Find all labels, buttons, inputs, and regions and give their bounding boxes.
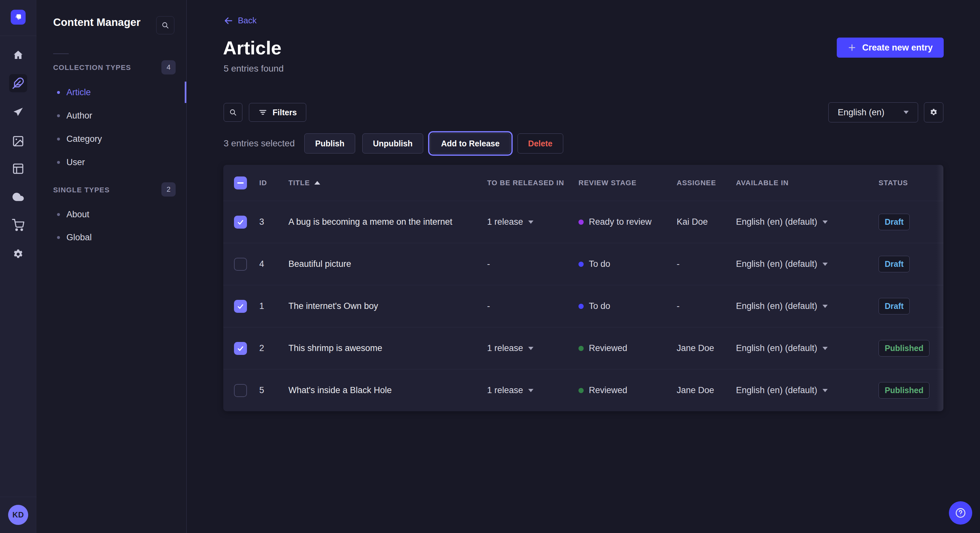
sidebar-item-about[interactable]: About: [36, 203, 187, 226]
sidebar-item-category[interactable]: Category: [36, 127, 187, 151]
sidebar-item-global[interactable]: Global: [36, 226, 187, 249]
row-checkbox[interactable]: [234, 258, 247, 271]
search-icon: [229, 108, 237, 117]
page-title: Article: [223, 37, 282, 59]
active-item-indicator: [185, 82, 186, 103]
cell-id: 4: [259, 259, 288, 269]
cell-title: The internet's Own boy: [288, 301, 487, 311]
cell-available-in[interactable]: English (en) (default): [736, 385, 878, 395]
cell-released-in[interactable]: 1 release: [487, 217, 579, 227]
col-header-released[interactable]: TO BE RELEASED IN: [487, 179, 579, 187]
main-nav-rail: KD: [0, 0, 36, 533]
cell-released-in[interactable]: 1 release: [487, 385, 579, 395]
table-row[interactable]: 4 Beautiful picture - To do - English (e…: [223, 243, 943, 285]
row-checkbox[interactable]: [234, 300, 247, 313]
col-header-title[interactable]: TITLE: [288, 179, 487, 187]
back-link[interactable]: Back: [224, 16, 257, 25]
unpublish-button[interactable]: Unpublish: [362, 133, 423, 154]
cell-available-in[interactable]: English (en) (default): [736, 343, 878, 353]
table-row[interactable]: 2 This shrimp is awesome 1 release Revie…: [223, 327, 943, 369]
filter-icon: [258, 108, 267, 117]
sidebar-item-label: About: [67, 209, 89, 219]
sidebar-item-article[interactable]: Article: [36, 81, 187, 104]
col-header-id[interactable]: ID: [259, 179, 288, 187]
help-button[interactable]: [949, 501, 972, 525]
cell-id: 2: [259, 343, 288, 353]
check-icon: [237, 344, 244, 352]
cell-assignee: Jane Doe: [677, 343, 736, 353]
content-type-builder-icon[interactable]: [12, 162, 25, 175]
cell-available-in[interactable]: English (en) (default): [736, 217, 878, 227]
check-icon: [237, 303, 244, 310]
cell-assignee: -: [677, 259, 736, 269]
table-row[interactable]: 3 A bug is becoming a meme on the intern…: [223, 201, 943, 243]
sidebar-search-button[interactable]: [156, 16, 174, 34]
cell-released-in[interactable]: 1 release: [487, 343, 579, 353]
status-badge: Draft: [878, 214, 910, 230]
chevron-down-icon: [528, 220, 533, 224]
chevron-down-icon: [822, 347, 828, 350]
deploy-cloud-icon[interactable]: [12, 190, 25, 203]
col-header-status[interactable]: STATUS: [878, 179, 936, 187]
entries-table: ID TITLE TO BE RELEASED IN REVIEW STAGE …: [223, 165, 943, 411]
review-stage-dot: [579, 304, 584, 309]
cell-review-stage: Ready to review: [579, 217, 677, 227]
plus-icon: [848, 43, 856, 52]
cell-released-in[interactable]: -: [487, 259, 579, 269]
bullet-icon: [57, 138, 60, 141]
col-header-available-in[interactable]: AVAILABLE IN: [736, 179, 878, 187]
filters-button[interactable]: Filters: [249, 103, 306, 122]
select-all-checkbox[interactable]: [234, 176, 247, 189]
marketplace-cart-icon[interactable]: [12, 219, 25, 232]
content-manager-sidebar: Content Manager COLLECTION TYPES 4 Artic…: [36, 0, 187, 533]
sort-ascending-icon: [314, 181, 320, 185]
strapi-logo[interactable]: [11, 10, 25, 25]
row-checkbox[interactable]: [234, 216, 247, 228]
sidebar-item-user[interactable]: User: [36, 151, 187, 174]
cell-available-in[interactable]: English (en) (default): [736, 259, 878, 269]
sidebar-divider: [53, 54, 69, 54]
bullet-icon: [57, 91, 60, 94]
sidebar-item-author[interactable]: Author: [36, 104, 187, 127]
delete-button[interactable]: Delete: [517, 133, 563, 154]
settings-gear-icon[interactable]: [12, 248, 25, 261]
cell-id: 5: [259, 385, 288, 395]
table-row[interactable]: 1 The internet's Own boy - To do - Engli…: [223, 285, 943, 327]
table-header-row: ID TITLE TO BE RELEASED IN REVIEW STAGE …: [223, 165, 943, 201]
sidebar-item-label: Category: [67, 134, 102, 144]
table-search-button[interactable]: [224, 103, 242, 122]
locale-select[interactable]: English (en): [828, 102, 918, 122]
cell-assignee: -: [677, 301, 736, 311]
create-new-entry-button[interactable]: Create new entry: [837, 38, 944, 58]
cell-review-stage: To do: [579, 259, 677, 269]
cell-available-in[interactable]: English (en) (default): [736, 301, 878, 311]
table-row[interactable]: 5 What's inside a Black Hole 1 release R…: [223, 369, 943, 411]
cell-title: This shrimp is awesome: [288, 343, 487, 353]
content-manager-icon[interactable]: [9, 74, 27, 92]
gear-icon: [929, 108, 938, 117]
rail-divider: [0, 36, 36, 36]
cell-title: What's inside a Black Hole: [288, 385, 487, 395]
selection-bar: 3 entries selected Publish Unpublish Add…: [224, 133, 563, 154]
view-settings-button[interactable]: [924, 102, 943, 122]
review-stage-dot: [579, 346, 584, 351]
toolbar: Filters English (en): [224, 102, 943, 122]
cell-id: 3: [259, 217, 288, 227]
row-checkbox[interactable]: [234, 384, 247, 397]
user-avatar[interactable]: KD: [8, 505, 28, 525]
publish-button[interactable]: Publish: [304, 133, 355, 154]
home-icon[interactable]: [12, 49, 25, 62]
media-library-icon[interactable]: [12, 135, 25, 148]
add-to-release-button[interactable]: Add to Release: [430, 133, 511, 154]
review-stage-dot: [579, 388, 584, 393]
section-single-types: SINGLE TYPES: [53, 186, 110, 194]
question-mark-icon: [955, 507, 966, 519]
row-checkbox[interactable]: [234, 342, 247, 355]
cell-released-in[interactable]: -: [487, 301, 579, 311]
col-header-review-stage[interactable]: REVIEW STAGE: [579, 179, 677, 187]
col-header-assignee[interactable]: ASSIGNEE: [677, 179, 736, 187]
releases-icon[interactable]: [12, 106, 25, 119]
review-stage-dot: [579, 219, 584, 225]
cell-assignee: Jane Doe: [677, 385, 736, 395]
status-badge: Published: [878, 340, 929, 357]
